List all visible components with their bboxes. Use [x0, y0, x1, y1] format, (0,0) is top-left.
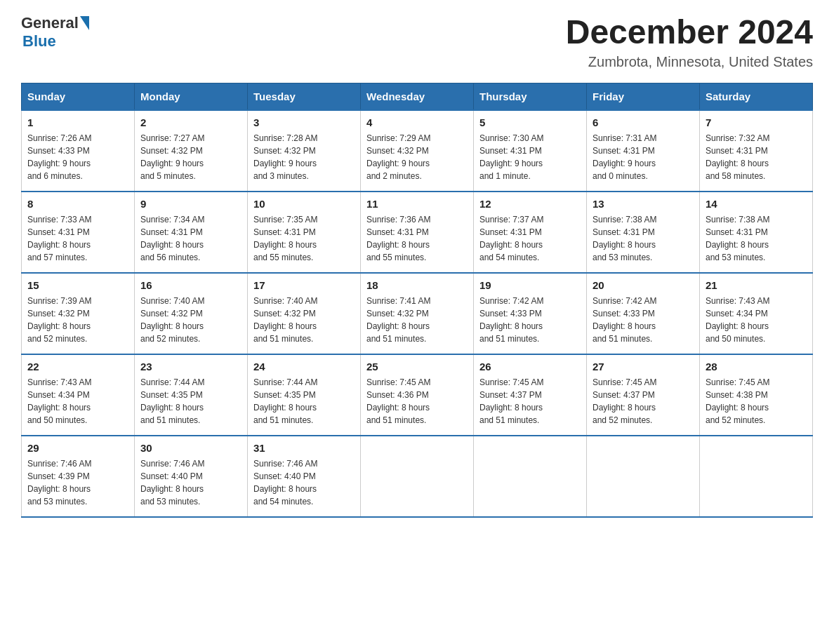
day-number: 12: [479, 198, 581, 210]
calendar-cell: 15 Sunrise: 7:39 AM Sunset: 4:32 PM Dayl…: [22, 273, 135, 354]
calendar-header-wednesday: Wednesday: [361, 83, 474, 110]
day-number: 20: [593, 279, 694, 291]
calendar-cell: 20 Sunrise: 7:42 AM Sunset: 4:33 PM Dayl…: [587, 273, 700, 354]
day-info: Sunrise: 7:46 AM Sunset: 4:40 PM Dayligh…: [253, 457, 355, 508]
calendar-cell: 8 Sunrise: 7:33 AM Sunset: 4:31 PM Dayli…: [22, 192, 135, 273]
logo-general-text: General: [21, 14, 79, 32]
calendar-cell: 3 Sunrise: 7:28 AM Sunset: 4:32 PM Dayli…: [248, 110, 361, 192]
day-number: 13: [593, 198, 694, 210]
sunrise-label: Sunrise: 7:36 AM: [366, 215, 430, 224]
daylight-label: Daylight: 8 hours: [366, 321, 430, 331]
day-info: Sunrise: 7:45 AM Sunset: 4:37 PM Dayligh…: [593, 376, 694, 427]
sunrise-label: Sunrise: 7:46 AM: [253, 459, 317, 469]
daylight-label: Daylight: 9 hours: [140, 159, 204, 168]
day-info: Sunrise: 7:37 AM Sunset: 4:31 PM Dayligh…: [479, 213, 581, 264]
calendar-cell: 10 Sunrise: 7:35 AM Sunset: 4:31 PM Dayl…: [248, 192, 361, 273]
sunset-label: Sunset: 4:32 PM: [27, 309, 90, 318]
sunrise-label: Sunrise: 7:39 AM: [27, 296, 91, 306]
daylight-minutes: and 50 minutes.: [706, 334, 765, 344]
calendar-header-sunday: Sunday: [22, 83, 135, 110]
calendar-week-row: 1 Sunrise: 7:26 AM Sunset: 4:33 PM Dayli…: [22, 110, 813, 192]
calendar-cell: 19 Sunrise: 7:42 AM Sunset: 4:33 PM Dayl…: [474, 273, 587, 354]
daylight-minutes: and 5 minutes.: [140, 171, 196, 181]
calendar-cell: 11 Sunrise: 7:36 AM Sunset: 4:31 PM Dayl…: [361, 192, 474, 273]
calendar-cell: 25 Sunrise: 7:45 AM Sunset: 4:36 PM Dayl…: [361, 354, 474, 436]
day-number: 1: [27, 116, 128, 128]
sunset-label: Sunset: 4:40 PM: [253, 471, 316, 481]
day-number: 25: [366, 361, 468, 373]
daylight-minutes: and 54 minutes.: [479, 253, 539, 262]
sunrise-label: Sunrise: 7:42 AM: [593, 296, 656, 306]
page-title: December 2024: [566, 14, 813, 51]
sunrise-label: Sunrise: 7:40 AM: [140, 296, 204, 306]
calendar-header-monday: Monday: [135, 83, 248, 110]
logo-blue-text: Blue: [22, 32, 56, 50]
day-info: Sunrise: 7:36 AM Sunset: 4:31 PM Dayligh…: [366, 213, 468, 264]
sunset-label: Sunset: 4:38 PM: [706, 390, 768, 400]
calendar-week-row: 15 Sunrise: 7:39 AM Sunset: 4:32 PM Dayl…: [22, 273, 813, 354]
day-info: Sunrise: 7:28 AM Sunset: 4:32 PM Dayligh…: [253, 132, 355, 182]
day-number: 17: [253, 279, 355, 291]
daylight-minutes: and 57 minutes.: [27, 253, 87, 262]
sunrise-label: Sunrise: 7:45 AM: [366, 377, 430, 387]
day-info: Sunrise: 7:27 AM Sunset: 4:32 PM Dayligh…: [140, 132, 241, 182]
daylight-minutes: and 54 minutes.: [253, 497, 313, 507]
calendar-cell: 28 Sunrise: 7:45 AM Sunset: 4:38 PM Dayl…: [700, 354, 813, 436]
sunrise-label: Sunrise: 7:45 AM: [479, 377, 543, 387]
day-number: 8: [27, 198, 128, 210]
sunrise-label: Sunrise: 7:33 AM: [27, 215, 91, 224]
day-number: 28: [706, 361, 807, 373]
day-info: Sunrise: 7:39 AM Sunset: 4:32 PM Dayligh…: [27, 295, 128, 345]
calendar-cell: 14 Sunrise: 7:38 AM Sunset: 4:31 PM Dayl…: [700, 192, 813, 273]
calendar-cell: [587, 436, 700, 517]
daylight-label: Daylight: 8 hours: [479, 240, 543, 250]
sunset-label: Sunset: 4:35 PM: [253, 390, 316, 400]
daylight-label: Daylight: 8 hours: [366, 403, 430, 412]
sunset-label: Sunset: 4:31 PM: [140, 227, 203, 237]
calendar-cell: 26 Sunrise: 7:45 AM Sunset: 4:37 PM Dayl…: [474, 354, 587, 436]
day-info: Sunrise: 7:29 AM Sunset: 4:32 PM Dayligh…: [366, 132, 468, 182]
sunrise-label: Sunrise: 7:43 AM: [706, 296, 769, 306]
daylight-minutes: and 58 minutes.: [706, 171, 765, 181]
daylight-label: Daylight: 8 hours: [366, 240, 430, 250]
sunrise-label: Sunrise: 7:44 AM: [140, 377, 204, 387]
sunrise-label: Sunrise: 7:46 AM: [140, 459, 204, 469]
daylight-minutes: and 51 minutes.: [253, 334, 313, 344]
sunrise-label: Sunrise: 7:37 AM: [479, 215, 543, 224]
sunset-label: Sunset: 4:31 PM: [366, 227, 429, 237]
day-info: Sunrise: 7:46 AM Sunset: 4:40 PM Dayligh…: [140, 457, 241, 508]
title-area: December 2024 Zumbrota, Minnesota, Unite…: [566, 14, 813, 70]
day-number: 14: [706, 198, 807, 210]
day-number: 21: [706, 279, 807, 291]
day-number: 22: [27, 361, 128, 373]
calendar-week-row: 8 Sunrise: 7:33 AM Sunset: 4:31 PM Dayli…: [22, 192, 813, 273]
calendar-cell: 9 Sunrise: 7:34 AM Sunset: 4:31 PM Dayli…: [135, 192, 248, 273]
calendar-cell: 23 Sunrise: 7:44 AM Sunset: 4:35 PM Dayl…: [135, 354, 248, 436]
day-number: 9: [140, 198, 241, 210]
sunrise-label: Sunrise: 7:44 AM: [253, 377, 317, 387]
page-subtitle: Zumbrota, Minnesota, United States: [566, 54, 813, 70]
sunset-label: Sunset: 4:34 PM: [706, 309, 768, 318]
day-info: Sunrise: 7:46 AM Sunset: 4:39 PM Dayligh…: [27, 457, 128, 508]
sunrise-label: Sunrise: 7:35 AM: [253, 215, 317, 224]
calendar-cell: 22 Sunrise: 7:43 AM Sunset: 4:34 PM Dayl…: [22, 354, 135, 436]
daylight-label: Daylight: 8 hours: [253, 321, 317, 331]
day-number: 31: [253, 442, 355, 454]
sunset-label: Sunset: 4:40 PM: [140, 471, 203, 481]
calendar-header-tuesday: Tuesday: [248, 83, 361, 110]
daylight-label: Daylight: 8 hours: [253, 240, 317, 250]
calendar-cell: 1 Sunrise: 7:26 AM Sunset: 4:33 PM Dayli…: [22, 110, 135, 192]
sunrise-label: Sunrise: 7:27 AM: [140, 133, 204, 143]
daylight-minutes: and 3 minutes.: [253, 171, 309, 181]
sunrise-label: Sunrise: 7:28 AM: [253, 133, 317, 143]
sunrise-label: Sunrise: 7:29 AM: [366, 133, 430, 143]
daylight-minutes: and 51 minutes.: [479, 334, 539, 344]
daylight-label: Daylight: 8 hours: [253, 403, 317, 412]
daylight-label: Daylight: 8 hours: [27, 403, 91, 412]
calendar-cell: 29 Sunrise: 7:46 AM Sunset: 4:39 PM Dayl…: [22, 436, 135, 517]
day-number: 18: [366, 279, 468, 291]
day-info: Sunrise: 7:40 AM Sunset: 4:32 PM Dayligh…: [253, 295, 355, 345]
daylight-minutes: and 52 minutes.: [140, 334, 200, 344]
daylight-minutes: and 53 minutes.: [593, 253, 652, 262]
daylight-label: Daylight: 8 hours: [479, 321, 543, 331]
